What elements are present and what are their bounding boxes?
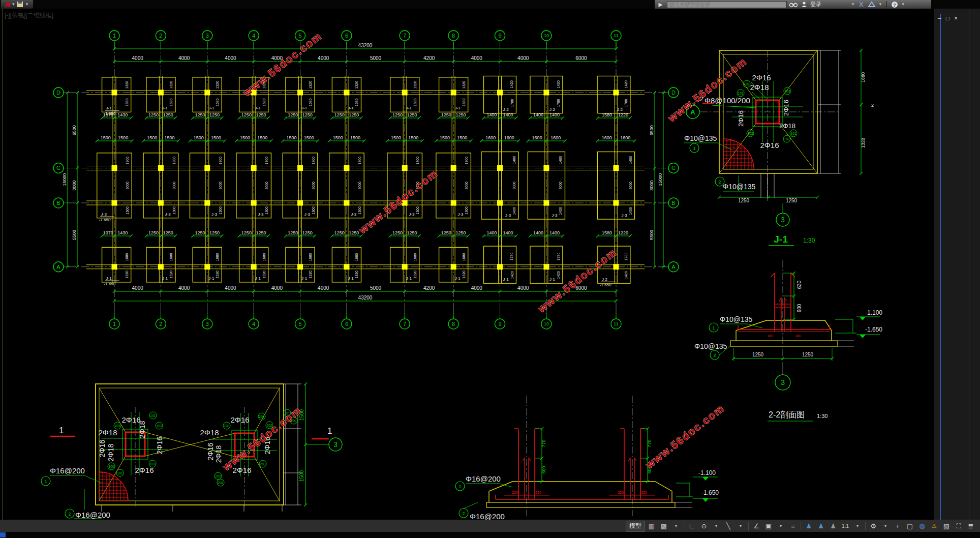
svg-text:1250: 1250 [148, 230, 159, 235]
minimize-icon[interactable]: – [938, 15, 941, 22]
infocenter-bar: ▸ 登录 ▼ X ▼ ? ▼ [655, 0, 931, 9]
svg-text:J-3: J-3 [457, 212, 464, 217]
svg-text:1320: 1320 [125, 81, 129, 89]
annotation-autoscale-icon[interactable]: ♟ [815, 521, 826, 532]
svg-text:Φ10@135: Φ10@135 [694, 342, 727, 350]
scale-caret[interactable]: ▾ [852, 521, 863, 532]
clean-screen-icon[interactable]: ▧ [941, 521, 952, 532]
isodraft-icon[interactable]: ╲ [723, 521, 734, 532]
grid-display-icon[interactable]: ▦ [646, 521, 657, 532]
svg-text:5: 5 [298, 33, 301, 39]
save-icon[interactable] [16, 1, 24, 8]
osnap-caret[interactable]: ▾ [775, 521, 786, 532]
model-tab[interactable]: 模型 [626, 521, 645, 532]
svg-text:B: B [671, 200, 675, 206]
add-icon[interactable]: + [892, 521, 903, 532]
svg-text:2Φ18: 2Φ18 [779, 122, 795, 130]
svg-text:2: 2 [713, 353, 716, 358]
performance-warning-icon[interactable]: ⚠ [929, 521, 940, 532]
svg-text:J-3: J-3 [622, 213, 628, 218]
close-icon[interactable]: × [954, 15, 958, 22]
svg-text:3: 3 [781, 216, 785, 224]
annotation-scale-value[interactable]: 1:1 [840, 521, 851, 532]
logo-caret-icon[interactable]: ▼ [11, 2, 15, 7]
polar-caret[interactable]: ▾ [711, 521, 722, 532]
help-icon[interactable]: ? [891, 1, 899, 8]
a360-icon[interactable] [868, 1, 876, 8]
workspace-gear-icon[interactable]: ⚙ [868, 521, 879, 532]
svg-text:1300: 1300 [358, 157, 361, 165]
annotation-scale-person-icon[interactable]: ♟ [828, 521, 839, 532]
help-caret-icon[interactable]: ▼ [901, 2, 905, 7]
svg-text:1680: 1680 [262, 253, 266, 261]
signin-caret-icon[interactable]: ▼ [851, 2, 855, 7]
svg-text:1: 1 [44, 479, 47, 484]
svg-text:103: 103 [150, 462, 156, 466]
snap-mode-icon[interactable]: ▩ [658, 521, 669, 532]
object-snap-tracking-icon[interactable]: ∠ [751, 521, 762, 532]
svg-text:J-1: J-1 [255, 276, 261, 281]
svg-text:2Φ18: 2Φ18 [215, 445, 223, 463]
quick-access-toolbar[interactable]: A ▼ ▼ [1, 0, 33, 9]
svg-text:2Φ18: 2Φ18 [200, 428, 219, 437]
svg-text:2: 2 [159, 33, 162, 39]
autocad-logo-icon[interactable]: A [5, 1, 10, 8]
svg-text:1780: 1780 [624, 99, 628, 107]
workspace-caret[interactable]: ▾ [880, 521, 891, 532]
svg-text:2Φ16: 2Φ16 [782, 100, 790, 116]
a360-caret-icon[interactable]: ▼ [878, 2, 882, 7]
svg-text:J-1: J-1 [406, 276, 412, 281]
svg-text:1500: 1500 [304, 135, 314, 140]
annotation-visibility-icon[interactable]: ♟ [803, 521, 814, 532]
svg-text:1250: 1250 [752, 352, 764, 357]
hardware-accel-icon[interactable]: ◍ [916, 521, 928, 532]
app-titlebar: A ▼ ▼ ▸ 登录 ▼ X ▼ ? ▼ [0, 0, 980, 9]
svg-text:3: 3 [206, 321, 209, 327]
svg-text:630: 630 [797, 280, 802, 289]
exchange-apps-icon[interactable]: X [858, 1, 865, 8]
svg-text:1680: 1680 [216, 98, 219, 106]
svg-text:2Φ16: 2Φ16 [760, 141, 779, 150]
isolate-objects-icon[interactable]: ▢ [904, 521, 915, 532]
svg-text:220: 220 [618, 491, 624, 494]
restore-icon[interactable]: □ [946, 15, 950, 22]
svg-text:1300: 1300 [358, 206, 361, 215]
customization-menu-icon[interactable]: ≣ [965, 521, 976, 532]
search-binoculars-icon[interactable] [789, 1, 798, 8]
isodraft-caret[interactable]: ▾ [735, 521, 746, 532]
viewport-controls-label[interactable]: [-][俯视][二维线框] [5, 11, 53, 20]
lineweight-icon[interactable]: ≡ [787, 521, 799, 532]
drawing-canvas[interactable]: 13201680J-1-1.65013201680J-113201680J-11… [0, 0, 980, 538]
svg-text:4000: 4000 [471, 55, 483, 61]
object-snap-icon[interactable]: ▣ [763, 521, 774, 532]
svg-text:www.56doc.com: www.56doc.com [356, 167, 440, 236]
signin-person-icon[interactable] [800, 1, 808, 8]
svg-text:101: 101 [738, 92, 744, 95]
taskbar-start-sliver[interactable] [0, 532, 6, 537]
svg-text:3: 3 [333, 440, 338, 449]
svg-text:1400: 1400 [503, 230, 513, 235]
svg-text:1500: 1500 [240, 135, 250, 140]
fullscreen-icon[interactable]: ⛶ [953, 521, 964, 532]
svg-text:1250: 1250 [441, 112, 451, 117]
svg-text:220: 220 [512, 491, 518, 494]
svg-text:1250: 1250 [256, 230, 266, 235]
signin-label[interactable]: 登录 [810, 1, 821, 8]
ortho-mode-icon[interactable]: ∟ [686, 521, 697, 532]
svg-text:1250: 1250 [148, 112, 159, 117]
svg-text:15000: 15000 [658, 173, 663, 186]
svg-text:6: 6 [345, 321, 348, 327]
snap-caret[interactable]: ▾ [670, 521, 682, 532]
svg-text:1320: 1320 [216, 271, 219, 279]
svg-text:1320: 1320 [355, 271, 358, 279]
svg-text:3000: 3000 [629, 182, 632, 190]
svg-text:Φ16@200: Φ16@200 [75, 511, 110, 519]
infocenter-expand-icon[interactable]: ▸ [657, 1, 664, 8]
save-caret-icon[interactable]: ▼ [25, 2, 29, 7]
svg-text:4000: 4000 [132, 285, 144, 291]
svg-text:J-1: J-1 [208, 276, 215, 281]
search-input[interactable] [667, 1, 787, 8]
svg-text:4000: 4000 [517, 285, 529, 291]
svg-text:1320: 1320 [462, 81, 466, 89]
polar-tracking-icon[interactable]: ⊙ [698, 521, 710, 532]
